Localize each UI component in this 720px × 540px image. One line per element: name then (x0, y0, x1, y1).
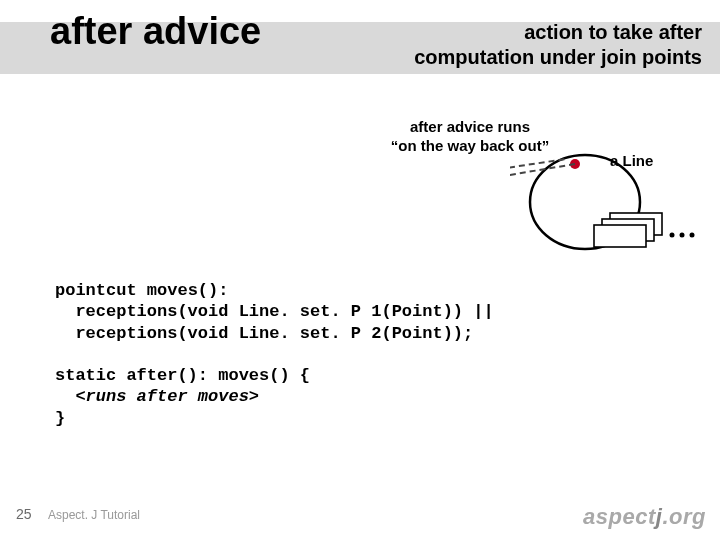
caption-line1: after advice runs (410, 118, 530, 135)
logo-part-c: .org (662, 504, 706, 529)
code-block: pointcut moves(): receptions(void Line. … (55, 280, 494, 429)
header: after advice action to take after comput… (0, 0, 720, 80)
kw-static-after: static after (55, 366, 177, 385)
dot-2 (680, 233, 685, 238)
arrow-in (510, 164, 575, 190)
diagram-svg (510, 145, 710, 265)
slide-title: after advice (50, 10, 261, 53)
code-line7: } (55, 409, 65, 428)
slide-subtitle: action to take after computation under j… (414, 20, 702, 70)
code-line1-rest: moves(): (137, 281, 229, 300)
subtitle-line2: computation under join points (414, 46, 702, 68)
slide: after advice action to take after comput… (0, 0, 720, 540)
subtitle-line1: action to take after (524, 21, 702, 43)
kw-pointcut: pointcut (55, 281, 137, 300)
code-line5b: (): moves() { (177, 366, 310, 385)
dot-1 (670, 233, 675, 238)
dot-3 (690, 233, 695, 238)
footer-tutorial: Aspect. J Tutorial (48, 508, 140, 522)
logo-part-a: aspect (583, 504, 656, 529)
box-front (594, 225, 646, 247)
footer-logo: aspectj.org (583, 504, 706, 530)
code-line2: receptions(void Line. set. P 1(Point)) |… (55, 302, 494, 321)
page-number: 25 (16, 506, 32, 522)
code-line3: receptions(void Line. set. P 2(Point)); (55, 324, 473, 343)
diagram (510, 145, 700, 255)
code-line6: <runs after moves> (55, 387, 259, 406)
